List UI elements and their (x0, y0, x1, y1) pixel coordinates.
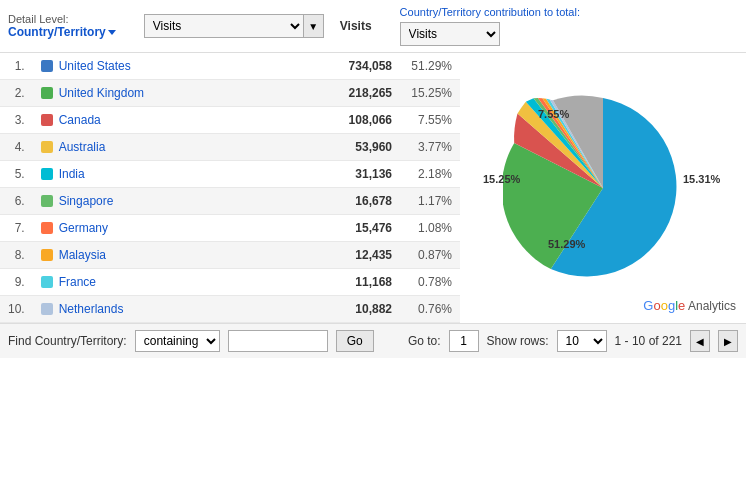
country-cell: Germany (33, 215, 310, 242)
detail-level-value-text: Country/Territory (8, 25, 106, 39)
country-color-indicator (41, 195, 53, 207)
pie-label-15: 15.25% (483, 173, 520, 185)
country-color-indicator (41, 168, 53, 180)
country-color-indicator (41, 114, 53, 126)
visits-value: 31,136 (310, 161, 400, 188)
ga-g: G (643, 298, 653, 313)
header-row: Detail Level: Country/Territory Visits ▼… (0, 0, 746, 53)
goto-label: Go to: (408, 334, 441, 348)
row-rank: 1. (0, 53, 33, 80)
chart-section: 51.29% 15.25% 7.55% 15.31% Google Analyt… (460, 53, 746, 323)
country-color-indicator (41, 303, 53, 315)
country-color-indicator (41, 87, 53, 99)
contribution-select[interactable]: Visits (400, 22, 500, 46)
percent-value: 0.78% (400, 269, 460, 296)
country-link[interactable]: Netherlands (59, 302, 124, 316)
country-link[interactable]: United Kingdom (59, 86, 144, 100)
country-link[interactable]: France (59, 275, 96, 289)
detail-level-label: Detail Level: (8, 13, 114, 25)
main-content: 1. United States 734,058 51.29% 2. Unite… (0, 53, 746, 323)
visits-value: 12,435 (310, 242, 400, 269)
containing-select[interactable]: containing matching (135, 330, 220, 352)
country-link[interactable]: Singapore (59, 194, 114, 208)
country-link[interactable]: Canada (59, 113, 101, 127)
visits-value: 15,476 (310, 215, 400, 242)
visits-column-header: Visits (340, 19, 372, 33)
row-rank: 8. (0, 242, 33, 269)
chevron-down-icon (108, 30, 116, 35)
table-row: 3. Canada 108,066 7.55% (0, 107, 460, 134)
country-cell: United Kingdom (33, 80, 310, 107)
table-row: 10. Netherlands 10,882 0.76% (0, 296, 460, 323)
find-input[interactable] (228, 330, 328, 352)
country-link[interactable]: India (59, 167, 85, 181)
table-row: 1. United States 734,058 51.29% (0, 53, 460, 80)
percent-value: 0.87% (400, 242, 460, 269)
prev-page-button[interactable]: ◀ (690, 330, 710, 352)
row-rank: 2. (0, 80, 33, 107)
detail-level-dropdown[interactable]: Country/Territory (8, 25, 116, 39)
row-rank: 5. (0, 161, 33, 188)
percent-value: 1.17% (400, 188, 460, 215)
country-cell: France (33, 269, 310, 296)
country-link[interactable]: Malaysia (59, 248, 106, 262)
analytics-container: Detail Level: Country/Territory Visits ▼… (0, 0, 746, 358)
data-table: 1. United States 734,058 51.29% 2. Unite… (0, 53, 460, 323)
pagination-info: 1 - 10 of 221 (615, 334, 682, 348)
percent-value: 2.18% (400, 161, 460, 188)
ga-o2: o (661, 298, 668, 313)
find-label: Find Country/Territory: (8, 334, 127, 348)
country-cell: Singapore (33, 188, 310, 215)
country-cell: Malaysia (33, 242, 310, 269)
contribution-label: Country/Territory contribution to total: (400, 6, 580, 18)
percent-value: 3.77% (400, 134, 460, 161)
visits-value: 108,066 (310, 107, 400, 134)
show-rows-select[interactable]: 10 25 50 100 (557, 330, 607, 352)
pie-label-other: 15.31% (683, 173, 720, 185)
country-color-indicator (41, 276, 53, 288)
country-link[interactable]: Australia (59, 140, 106, 154)
visits-value: 11,168 (310, 269, 400, 296)
row-rank: 9. (0, 269, 33, 296)
sort-direction-button[interactable]: ▼ (304, 14, 324, 38)
footer-row: Find Country/Territory: containing match… (0, 323, 746, 358)
table-row: 4. Australia 53,960 3.77% (0, 134, 460, 161)
table-section: 1. United States 734,058 51.29% 2. Unite… (0, 53, 460, 323)
country-link[interactable]: Germany (59, 221, 108, 235)
row-rank: 7. (0, 215, 33, 242)
pie-chart (503, 88, 703, 288)
row-rank: 3. (0, 107, 33, 134)
country-color-indicator (41, 222, 53, 234)
country-cell: United States (33, 53, 310, 80)
country-color-indicator (41, 249, 53, 261)
pie-label-7: 7.55% (538, 108, 569, 120)
table-row: 9. France 11,168 0.78% (0, 269, 460, 296)
table-row: 8. Malaysia 12,435 0.87% (0, 242, 460, 269)
show-rows-label: Show rows: (487, 334, 549, 348)
percent-value: 51.29% (400, 53, 460, 80)
go-button[interactable]: Go (336, 330, 374, 352)
country-color-indicator (41, 60, 53, 72)
visits-value: 734,058 (310, 53, 400, 80)
row-rank: 6. (0, 188, 33, 215)
percent-value: 1.08% (400, 215, 460, 242)
goto-input[interactable] (449, 330, 479, 352)
visits-value: 16,678 (310, 188, 400, 215)
visits-value: 53,960 (310, 134, 400, 161)
ga-analytics-text: Analytics (685, 299, 736, 313)
next-page-button[interactable]: ▶ (718, 330, 738, 352)
table-row: 6. Singapore 16,678 1.17% (0, 188, 460, 215)
country-cell: India (33, 161, 310, 188)
country-link[interactable]: United States (59, 59, 131, 73)
visits-value: 218,265 (310, 80, 400, 107)
table-row: 7. Germany 15,476 1.08% (0, 215, 460, 242)
country-cell: Canada (33, 107, 310, 134)
percent-value: 15.25% (400, 80, 460, 107)
ga-o1: o (653, 298, 660, 313)
ga-branding: Google Analytics (643, 298, 736, 313)
country-cell: Netherlands (33, 296, 310, 323)
sort-select[interactable]: Visits (144, 14, 304, 38)
pie-label-51: 51.29% (548, 238, 585, 250)
table-row: 2. United Kingdom 218,265 15.25% (0, 80, 460, 107)
percent-value: 7.55% (400, 107, 460, 134)
